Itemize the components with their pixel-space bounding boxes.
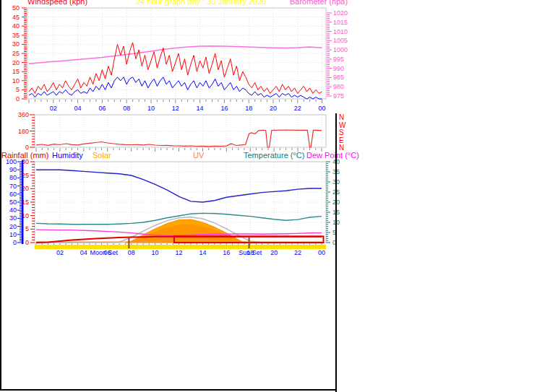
legend-humidity: Humidity	[52, 151, 83, 160]
humidity-axis-label: 30	[9, 214, 17, 222]
baro-axis-label: 990	[333, 65, 344, 72]
time-label: 20	[270, 249, 278, 256]
humidity-axis-label: 0	[13, 239, 17, 246]
moon-set-label: Moon Set	[90, 249, 119, 256]
legend-rainfall: Rainfall (mm)	[1, 151, 48, 160]
baro-axis-label: 980	[333, 83, 344, 90]
rain-axis-label: 5	[25, 225, 29, 232]
baro-axis-label: 1020	[333, 9, 348, 17]
compass-letter: E	[339, 136, 344, 144]
rain-axis-label: 0	[25, 239, 29, 246]
dir-axis-label: 360	[18, 111, 29, 118]
humidity-axis-label: 20	[9, 223, 17, 230]
baro-axis-label: 1010	[333, 28, 348, 35]
time-label: 02	[50, 105, 57, 112]
wind-axis-label: 10	[12, 77, 20, 84]
window-bottom-border	[0, 389, 337, 391]
time-label: 00	[319, 105, 326, 112]
window-right-border	[335, 113, 337, 392]
time-label: 06	[98, 105, 106, 112]
wind-axis-label: 20	[12, 59, 20, 66]
wind-axis-label: 45	[12, 14, 20, 21]
time-label: 00	[318, 249, 325, 256]
compass-letter: S	[339, 129, 344, 136]
time-label: 16	[223, 249, 230, 256]
time-label: 10	[152, 249, 159, 256]
window-left-border	[0, 0, 1, 391]
time-label: 18	[245, 105, 252, 112]
humidity-axis-label: 50	[9, 199, 17, 206]
rain-axis-label: 25	[22, 172, 29, 179]
time-label: 04	[74, 105, 82, 112]
wind-axis-label: 50	[12, 4, 20, 12]
legend-solar: Solar	[93, 151, 111, 160]
humidity-axis-label: 10	[9, 231, 17, 238]
baro-axis-label: 1000	[333, 46, 348, 53]
rain-axis-label: 15	[22, 199, 29, 206]
humidity-axis-label: 70	[9, 183, 17, 190]
baro-axis-label: 995	[333, 56, 344, 63]
wind-axis-label: 0	[16, 95, 20, 103]
humidity-axis-label: 60	[9, 191, 17, 198]
wind-axis-label: 25	[12, 50, 20, 57]
time-label: 08	[128, 249, 135, 256]
humidity-axis-label: 40	[9, 206, 17, 214]
time-label: 22	[294, 249, 301, 256]
baro-axis-label: 1005	[333, 37, 348, 44]
rain-axis-label: 10	[22, 212, 29, 219]
time-label: 10	[147, 105, 155, 112]
humidity-axis-label: 80	[9, 174, 17, 181]
time-label: 14	[197, 105, 204, 112]
time-label: 20	[270, 105, 277, 112]
wind-axis-label: 30	[12, 40, 20, 48]
baro-axis-label: 1015	[333, 19, 348, 26]
time-label: 12	[172, 105, 179, 112]
wind-axis-label: 15	[12, 68, 20, 75]
time-label: 08	[123, 105, 130, 112]
time-label: 14	[199, 249, 206, 256]
chart-title-date: 24 hour graph day : 30 January 2026	[136, 0, 266, 6]
wind-axis-label: 35	[12, 32, 20, 39]
chart-title-windspeed: Windspeed (kph)	[27, 0, 87, 6]
compass-letter: W	[339, 121, 346, 129]
legend-temperature: Temperature (°C)	[244, 151, 304, 160]
dir-axis-label: 0	[25, 144, 29, 151]
compass-letter: N	[339, 113, 344, 121]
wind-axis-label: 5	[16, 86, 20, 93]
time-label: 16	[220, 105, 228, 112]
time-label: 12	[176, 249, 183, 256]
charts-canvas: 0510152025303540455097598098599099510001…	[0, 0, 550, 392]
humidity-axis-label: 90	[9, 166, 17, 173]
weather-graph-window: 0510152025303540455097598098599099510001…	[0, 0, 550, 392]
legend-dewpoint: Dew Point (°C)	[306, 151, 359, 160]
time-label: 02	[56, 249, 64, 256]
baro-axis-label: 985	[333, 74, 344, 81]
time-label: 22	[294, 105, 301, 112]
chart-title-barometer: Barometer (hpa)	[290, 0, 348, 6]
legend-uv: UV	[193, 151, 204, 160]
baro-axis-label: 975	[333, 92, 344, 100]
wind-axis-label: 40	[12, 22, 20, 30]
time-label: 04	[80, 249, 87, 256]
sun-set-label: Sun Set	[239, 249, 262, 256]
dir-axis-label: 180	[18, 128, 29, 135]
rain-axis-label: 20	[22, 185, 29, 192]
direction-plot-area	[35, 115, 326, 147]
